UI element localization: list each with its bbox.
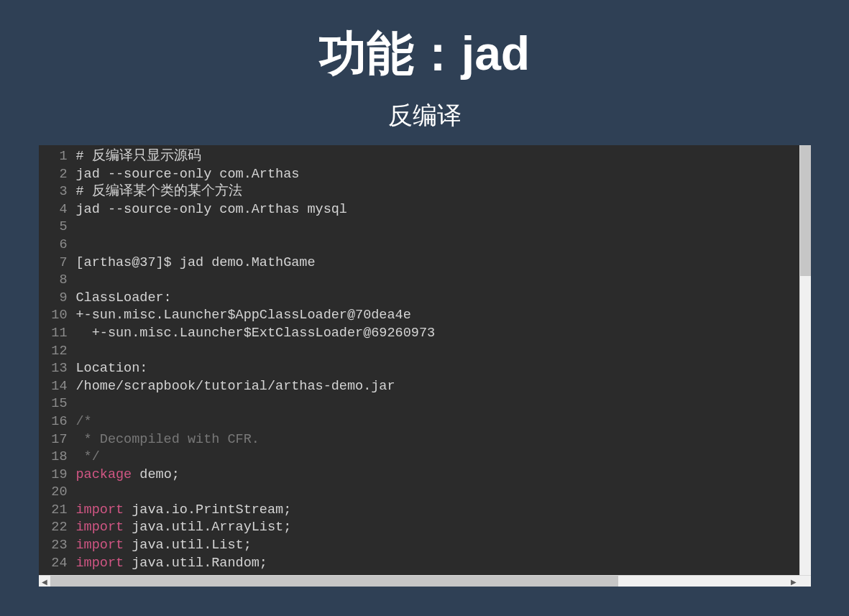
horizontal-scrollbar-thumb[interactable] [50,576,618,587]
line-content: Location: [76,360,148,378]
line-content: +-sun.misc.Launcher$AppClassLoader@70dea… [76,307,411,325]
line-number: 20 [39,484,76,502]
code-line: 23import java.util.List; [39,537,811,555]
code-line: 3# 反编译某个类的某个方法 [39,183,811,201]
line-content: */ [76,449,100,466]
line-number: 14 [39,378,76,396]
line-number: 5 [39,219,76,236]
code-line: 19package demo; [39,466,811,484]
line-number: 23 [39,537,76,555]
code-line: 9ClassLoader: [39,290,811,308]
line-content: +-sun.misc.Launcher$ExtClassLoader@69260… [76,325,436,343]
line-content: import java.util.List; [76,537,252,555]
code-line: 5 [39,219,811,236]
code-line: 24import java.util.Random; [39,555,811,573]
code-line: 6 [39,236,811,254]
code-line: 18 */ [39,449,811,466]
scroll-left-icon[interactable]: ◀ [39,576,50,587]
line-number: 11 [39,325,76,343]
code-line: 14/home/scrapbook/tutorial/arthas-demo.j… [39,378,811,396]
scroll-right-icon[interactable]: ▶ [788,576,799,587]
line-content: import java.util.Random; [76,555,267,573]
scrollbar-corner [799,576,811,587]
line-content: * Decompiled with CFR. [76,431,260,449]
code-line: 7[arthas@37]$ jad demo.MathGame [39,254,811,272]
code-line: 16/* [39,413,811,431]
line-content: /* [76,413,92,431]
line-content: package demo; [76,466,180,484]
line-number: 9 [39,290,76,308]
code-line: 13Location: [39,360,811,378]
line-content: jad --source-only com.Arthas mysql [76,201,347,219]
code-line: 4jad --source-only com.Arthas mysql [39,201,811,219]
code-line: 11 +-sun.misc.Launcher$ExtClassLoader@69… [39,325,811,343]
slide: 功能：jad 反编译 1# 反编译只显示源码2jad --source-only… [0,0,849,616]
slide-title: 功能：jad [319,22,530,86]
line-number: 19 [39,466,76,484]
line-content: import java.io.PrintStream; [76,502,292,520]
code-line: 17 * Decompiled with CFR. [39,431,811,449]
code-line: 1# 反编译只显示源码 [39,148,811,166]
code-line: 21import java.io.PrintStream; [39,502,811,520]
line-number: 24 [39,555,76,573]
code-line: 8 [39,272,811,290]
line-number: 2 [39,166,76,184]
line-number: 8 [39,272,76,290]
line-number: 17 [39,431,76,449]
line-content: import java.util.ArrayList; [76,519,292,537]
code-line: 2jad --source-only com.Arthas [39,166,811,184]
line-number: 10 [39,307,76,325]
line-number: 4 [39,201,76,219]
vertical-scrollbar[interactable] [799,145,811,575]
line-number: 12 [39,343,76,361]
line-number: 18 [39,449,76,466]
code-line: 20 [39,484,811,502]
line-number: 1 [39,148,76,166]
line-content: # 反编译只显示源码 [76,148,201,166]
vertical-scrollbar-thumb[interactable] [800,145,811,276]
line-number: 16 [39,413,76,431]
line-number: 7 [39,254,76,272]
line-content: jad --source-only com.Arthas [76,166,300,184]
code-line: 12 [39,343,811,361]
line-content: /home/scrapbook/tutorial/arthas-demo.jar [76,378,395,396]
code-block: 1# 反编译只显示源码2jad --source-only com.Arthas… [39,145,811,587]
horizontal-scrollbar[interactable]: ◀ ▶ [39,575,811,587]
line-content: [arthas@37]$ jad demo.MathGame [76,254,316,272]
code-line: 10+-sun.misc.Launcher$AppClassLoader@70d… [39,307,811,325]
line-content: ClassLoader: [76,290,172,308]
line-number: 22 [39,519,76,537]
code-line: 22import java.util.ArrayList; [39,519,811,537]
line-content: # 反编译某个类的某个方法 [76,183,242,201]
slide-subtitle: 反编译 [388,99,462,132]
line-number: 3 [39,183,76,201]
line-number: 6 [39,236,76,254]
line-number: 15 [39,395,76,413]
line-number: 21 [39,502,76,520]
code-body: 1# 反编译只显示源码2jad --source-only com.Arthas… [39,145,811,587]
line-number: 13 [39,360,76,378]
code-line: 15 [39,395,811,413]
